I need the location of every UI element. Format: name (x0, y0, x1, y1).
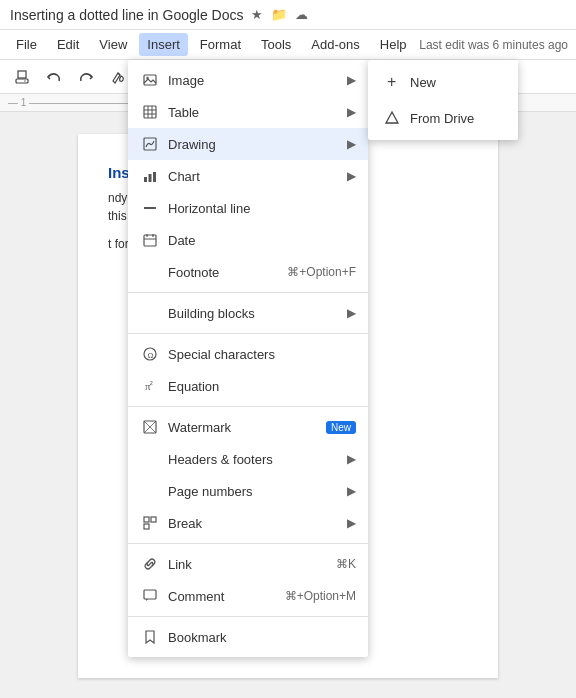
horizontal-line-icon (140, 198, 160, 218)
svg-rect-6 (144, 106, 156, 118)
menu-tools[interactable]: Tools (253, 33, 299, 56)
menu-bar: File Edit View Insert Format Tools Add-o… (0, 30, 576, 60)
redo-button[interactable] (72, 63, 100, 91)
equation-label: Equation (168, 379, 356, 394)
footnote-shortcut: ⌘+Option+F (287, 265, 356, 279)
svg-rect-27 (144, 517, 149, 522)
building-blocks-label: Building blocks (168, 306, 347, 321)
menu-item-horizontal-line[interactable]: Horizontal line (128, 192, 368, 224)
cloud-icon[interactable]: ☁ (295, 7, 308, 22)
menu-item-special-characters[interactable]: Ω Special characters (128, 338, 368, 370)
svg-rect-31 (144, 590, 156, 599)
chart-arrow: ▶ (347, 169, 356, 183)
svg-rect-29 (144, 524, 149, 529)
menu-item-link[interactable]: Link ⌘K (128, 548, 368, 580)
menu-edit[interactable]: Edit (49, 33, 87, 56)
comment-label: Comment (168, 589, 285, 604)
watermark-label: Watermark (168, 420, 320, 435)
image-arrow: ▶ (347, 73, 356, 87)
svg-marker-33 (386, 112, 398, 123)
svg-line-30 (148, 562, 152, 566)
drawing-submenu-new[interactable]: + New (368, 64, 518, 100)
svg-text:Ω: Ω (148, 351, 154, 360)
image-label: Image (168, 73, 347, 88)
comment-shortcut: ⌘+Option+M (285, 589, 356, 603)
drawing-submenu: + New From Drive (368, 60, 518, 140)
horizontal-line-label: Horizontal line (168, 201, 356, 216)
from-drive-icon (382, 108, 402, 128)
drawing-icon (140, 134, 160, 154)
title-icons: ★ 📁 ☁ (251, 7, 308, 22)
building-blocks-arrow: ▶ (347, 306, 356, 320)
svg-rect-4 (144, 75, 156, 85)
menu-item-watermark[interactable]: Watermark New (128, 411, 368, 443)
image-icon (140, 70, 160, 90)
footnote-icon (140, 262, 160, 282)
svg-rect-16 (144, 235, 156, 246)
menu-view[interactable]: View (91, 33, 135, 56)
separator-3 (128, 406, 368, 407)
bookmark-icon (140, 627, 160, 647)
building-blocks-icon (140, 303, 160, 323)
menu-item-image[interactable]: Image ▶ (128, 64, 368, 96)
print-button[interactable] (8, 63, 36, 91)
separator-4 (128, 543, 368, 544)
last-edit-text: Last edit was 6 minutes ago (419, 38, 568, 52)
menu-item-footnote[interactable]: Footnote ⌘+Option+F (128, 256, 368, 288)
break-arrow: ▶ (347, 516, 356, 530)
watermark-icon (140, 417, 160, 437)
undo-button[interactable] (40, 63, 68, 91)
link-icon (140, 554, 160, 574)
svg-text:+: + (387, 74, 396, 90)
special-characters-label: Special characters (168, 347, 356, 362)
menu-item-comment[interactable]: Comment ⌘+Option+M (128, 580, 368, 612)
break-label: Break (168, 516, 347, 531)
menu-item-table[interactable]: Table ▶ (128, 96, 368, 128)
svg-text:²: ² (150, 380, 153, 389)
menu-item-chart[interactable]: Chart ▶ (128, 160, 368, 192)
link-label: Link (168, 557, 336, 572)
menu-file[interactable]: File (8, 33, 45, 56)
separator-1 (128, 292, 368, 293)
menu-item-break[interactable]: Break ▶ (128, 507, 368, 539)
menu-insert[interactable]: Insert (139, 33, 188, 56)
svg-rect-13 (149, 174, 152, 182)
table-label: Table (168, 105, 347, 120)
date-label: Date (168, 233, 356, 248)
link-shortcut: ⌘K (336, 557, 356, 571)
menu-item-headers-footers[interactable]: Headers & footers ▶ (128, 443, 368, 475)
menu-item-drawing[interactable]: Drawing ▶ (128, 128, 368, 160)
window-title: Inserting a dotted line in Google Docs (10, 7, 243, 23)
drawing-submenu-from-drive[interactable]: From Drive (368, 100, 518, 136)
menu-item-bookmark[interactable]: Bookmark (128, 621, 368, 653)
bookmark-label: Bookmark (168, 630, 356, 645)
menu-item-page-numbers[interactable]: Page numbers ▶ (128, 475, 368, 507)
chart-icon (140, 166, 160, 186)
drawing-label: Drawing (168, 137, 347, 152)
menu-item-equation[interactable]: π² Equation (128, 370, 368, 402)
menu-help[interactable]: Help (372, 33, 415, 56)
page-numbers-arrow: ▶ (347, 484, 356, 498)
date-icon (140, 230, 160, 250)
page-numbers-icon (140, 481, 160, 501)
svg-rect-12 (144, 177, 147, 182)
comment-icon (140, 586, 160, 606)
table-icon (140, 102, 160, 122)
svg-rect-14 (153, 172, 156, 182)
from-drive-label: From Drive (410, 111, 504, 126)
new-drawing-icon: + (382, 72, 402, 92)
drawing-arrow: ▶ (347, 137, 356, 151)
folder-icon[interactable]: 📁 (271, 7, 287, 22)
menu-item-date[interactable]: Date (128, 224, 368, 256)
svg-rect-28 (151, 517, 156, 522)
menu-format[interactable]: Format (192, 33, 249, 56)
title-bar: Inserting a dotted line in Google Docs ★… (0, 0, 576, 30)
footnote-label: Footnote (168, 265, 287, 280)
table-arrow: ▶ (347, 105, 356, 119)
insert-menu: Image ▶ Table ▶ Drawing ▶ Chart ▶ Horizo… (128, 60, 368, 657)
menu-item-building-blocks[interactable]: Building blocks ▶ (128, 297, 368, 329)
special-characters-icon: Ω (140, 344, 160, 364)
menu-addons[interactable]: Add-ons (303, 33, 367, 56)
star-icon[interactable]: ★ (251, 7, 263, 22)
svg-rect-1 (18, 71, 26, 78)
